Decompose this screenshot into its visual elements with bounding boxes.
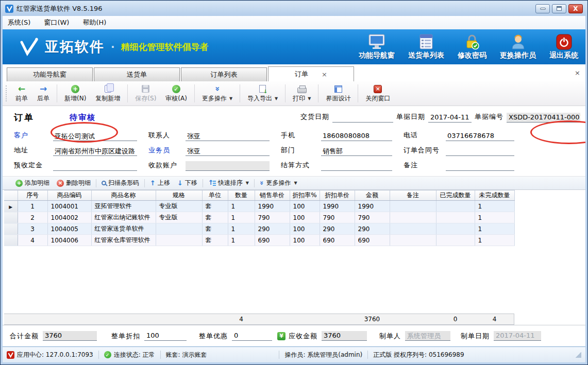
move-up-button[interactable]: ↑ 上移 bbox=[146, 178, 174, 188]
col-done-qty[interactable]: 已完成数量 bbox=[436, 190, 475, 201]
import-export-button[interactable]: 导入导出▼ bbox=[243, 82, 282, 105]
cell-discount-rate[interactable]: 100 bbox=[290, 212, 320, 223]
settlement-field[interactable] bbox=[321, 161, 392, 171]
cell-name[interactable]: 亚拓管理软件 bbox=[91, 201, 156, 212]
switch-operator-button[interactable]: 更换操作员 bbox=[500, 34, 536, 60]
audit-button[interactable]: ✓ 审核(A) bbox=[161, 82, 192, 105]
cell-remark[interactable] bbox=[390, 223, 436, 235]
col-spec[interactable]: 规格 bbox=[156, 190, 202, 201]
cell-remark[interactable] bbox=[390, 212, 436, 223]
resize-grip[interactable] bbox=[575, 352, 581, 358]
move-down-button[interactable]: ↓ 下移 bbox=[174, 178, 201, 188]
cell-amount[interactable]: 690 bbox=[355, 235, 390, 246]
cell-unit[interactable]: 套 bbox=[202, 235, 228, 246]
cell-price[interactable]: 1990 bbox=[255, 201, 290, 212]
table-row[interactable]: 4 1004006 红管家仓库管理软件 套 1 690 100 690 690 … bbox=[4, 235, 514, 246]
row-selector-cell[interactable]: ▶ bbox=[4, 201, 18, 212]
cell-done-qty[interactable] bbox=[436, 223, 475, 235]
col-undone-qty[interactable]: 未完成数量 bbox=[475, 190, 514, 201]
save-button[interactable]: 保存(S) bbox=[130, 82, 161, 105]
cell-qty[interactable]: 1 bbox=[228, 223, 255, 235]
cell-code[interactable]: 1004001 bbox=[47, 201, 91, 212]
delivery-list-button[interactable]: 送货单列表 bbox=[408, 34, 444, 60]
cell-amount[interactable]: 290 bbox=[355, 223, 390, 235]
cell-discount-rate[interactable]: 100 bbox=[290, 223, 320, 235]
tab-nav-panel[interactable]: 功能导航窗 bbox=[7, 67, 93, 81]
more-operations-button[interactable]: » 更多操作 ▼ bbox=[256, 178, 301, 188]
customer-field[interactable]: 亚拓公司测试 bbox=[53, 131, 137, 141]
cell-spec[interactable] bbox=[156, 223, 202, 235]
cell-discount-rate[interactable]: 100 bbox=[290, 201, 320, 212]
address-field[interactable]: 河南省郑州市中原区建设路 bbox=[53, 146, 137, 156]
cell-discount-price[interactable]: 290 bbox=[320, 223, 355, 235]
col-name[interactable]: 商品名称 bbox=[91, 190, 156, 201]
cell-done-qty[interactable] bbox=[436, 235, 475, 246]
cell-seq[interactable]: 4 bbox=[18, 235, 47, 246]
cell-remark[interactable] bbox=[390, 235, 436, 246]
cell-price[interactable]: 790 bbox=[255, 212, 290, 223]
table-row[interactable]: 2 1004002 红管家出纳记账软件 专业版 套 1 790 100 790 … bbox=[4, 212, 514, 223]
minimize-button[interactable] bbox=[535, 4, 550, 13]
cell-spec[interactable] bbox=[156, 235, 202, 246]
cell-done-qty[interactable] bbox=[436, 201, 475, 212]
cell-code[interactable]: 1004006 bbox=[47, 235, 91, 246]
cell-seq[interactable]: 3 bbox=[18, 223, 47, 235]
cell-unit[interactable]: 套 bbox=[202, 212, 228, 223]
col-code[interactable]: 商品编码 bbox=[47, 190, 91, 201]
contact-field[interactable]: 张亚 bbox=[186, 131, 270, 141]
cell-spec[interactable]: 专业版 bbox=[156, 212, 202, 223]
col-price[interactable]: 销售单价 bbox=[255, 190, 290, 201]
deposit-field[interactable] bbox=[53, 161, 137, 171]
row-selector-cell[interactable] bbox=[4, 212, 18, 223]
tab-delivery[interactable]: 送货单 bbox=[94, 67, 180, 81]
cell-unit[interactable]: 套 bbox=[202, 223, 228, 235]
cell-remark[interactable] bbox=[390, 201, 436, 212]
reduce-field[interactable]: 0 bbox=[232, 331, 272, 341]
department-field[interactable]: 销售部 bbox=[321, 146, 392, 156]
cell-undone-qty[interactable]: 1 bbox=[475, 212, 514, 223]
tabbar-close-icon[interactable]: × bbox=[575, 69, 580, 77]
tab-close-icon[interactable]: × bbox=[322, 71, 327, 78]
prev-doc-button[interactable]: ← 前单 bbox=[11, 82, 32, 105]
more-actions-button[interactable]: » 更多操作▼ bbox=[197, 82, 237, 105]
delivery-date-field[interactable] bbox=[332, 113, 393, 123]
row-selector-cell[interactable] bbox=[4, 223, 18, 235]
cell-discount-price[interactable]: 1990 bbox=[320, 201, 355, 212]
cell-code[interactable]: 1004002 bbox=[47, 212, 91, 223]
menu-help[interactable]: 帮助(H) bbox=[82, 18, 106, 27]
table-row[interactable]: ▶ 1 1004001 亚拓管理软件 专业版 套 1 1990 100 1990… bbox=[4, 201, 514, 212]
tab-order-list[interactable]: 订单列表 bbox=[181, 67, 267, 81]
exit-system-button[interactable]: 退出系统 bbox=[549, 34, 578, 60]
ui-design-button[interactable]: 界面设计 bbox=[321, 82, 355, 105]
next-doc-button[interactable]: → 后单 bbox=[32, 82, 54, 105]
cell-price[interactable]: 690 bbox=[255, 235, 290, 246]
cell-name[interactable]: 红管家送货单软件 bbox=[91, 223, 156, 235]
nav-panel-button[interactable]: 功能导航窗 bbox=[359, 34, 395, 60]
col-unit[interactable]: 单位 bbox=[202, 190, 228, 201]
close-button[interactable]: X bbox=[568, 4, 583, 13]
copy-new-button[interactable]: 复制新增 bbox=[91, 82, 125, 105]
salesman-label[interactable]: 业务员 bbox=[148, 146, 186, 156]
contract-field[interactable] bbox=[446, 146, 514, 156]
doc-date-field[interactable]: 2017-04-11 bbox=[428, 113, 472, 123]
col-discount-price[interactable]: 折扣单价 bbox=[320, 190, 355, 201]
total-field[interactable]: 3760 bbox=[43, 331, 97, 341]
cell-unit[interactable]: 套 bbox=[202, 201, 228, 212]
receivable-field[interactable]: 3760 bbox=[322, 331, 367, 341]
close-window-button[interactable]: × 关闭窗口 bbox=[361, 82, 395, 105]
cell-seq[interactable]: 2 bbox=[18, 212, 47, 223]
menu-window[interactable]: 窗口(W) bbox=[44, 18, 69, 27]
col-discount-rate[interactable]: 折扣率% bbox=[290, 190, 320, 201]
new-button[interactable]: + 新增(N) bbox=[60, 82, 91, 105]
row-selector-cell[interactable] bbox=[4, 235, 18, 246]
cell-discount-price[interactable]: 690 bbox=[320, 235, 355, 246]
cell-undone-qty[interactable]: 1 bbox=[475, 223, 514, 235]
col-amount[interactable]: 金额 bbox=[355, 190, 390, 201]
menu-system[interactable]: 系统(S) bbox=[8, 18, 30, 27]
cell-name[interactable]: 红管家出纳记账软件 bbox=[91, 212, 156, 223]
print-button[interactable]: 打印▼ bbox=[288, 82, 315, 105]
salesman-field[interactable]: 张亚 bbox=[186, 146, 270, 156]
customer-label[interactable]: 客户 bbox=[14, 131, 53, 141]
delete-detail-button[interactable]: × 删除明细 bbox=[53, 178, 94, 188]
cell-qty[interactable]: 1 bbox=[228, 235, 255, 246]
